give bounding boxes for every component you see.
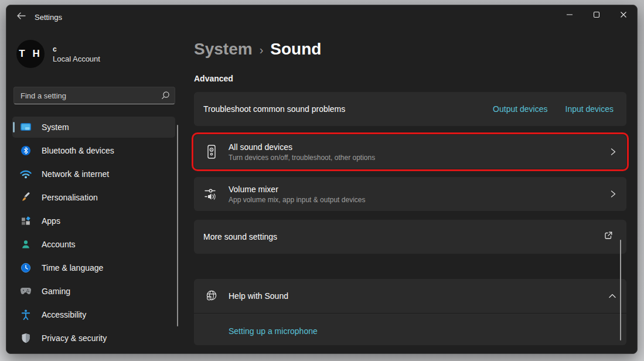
output-devices-link[interactable]: Output devices: [493, 104, 547, 114]
sidebar-item-personalisation[interactable]: Personalisation: [12, 187, 175, 208]
gamepad-icon: [20, 285, 32, 297]
clock-icon: [20, 262, 32, 274]
minimize-icon: [566, 10, 573, 21]
sidebar-item-gaming[interactable]: Gaming: [12, 281, 175, 302]
volume-mixer-subtitle: App volume mix, app input & output devic…: [229, 196, 365, 204]
sidebar-item-label: Time & language: [42, 263, 103, 273]
back-button[interactable]: [11, 9, 31, 25]
volume-mixer-title: Volume mixer: [229, 185, 365, 194]
titlebar: Settings: [6, 5, 637, 29]
sidebar-item-apps[interactable]: Apps: [12, 210, 175, 231]
app-title: Settings: [35, 13, 62, 22]
search-box: [13, 87, 175, 104]
sidebar-item-label: Apps: [42, 216, 60, 226]
troubleshoot-row: Troubleshoot common sound problems Outpu…: [194, 92, 626, 126]
sidebar-scrollbar[interactable]: [177, 125, 178, 326]
sidebar-item-network-internet[interactable]: Network & internet: [12, 164, 175, 185]
sidebar-item-label: System: [42, 122, 69, 132]
help-globe-icon: [194, 290, 229, 302]
help-card: Help with Sound Setting up a microphone: [194, 279, 626, 345]
input-devices-link[interactable]: Input devices: [565, 104, 614, 114]
sidebar-item-label: Privacy & security: [42, 333, 107, 343]
speaker-icon: [194, 144, 229, 159]
close-icon: [620, 10, 627, 21]
system-icon: [20, 121, 32, 133]
volume-mixer-icon: [194, 188, 229, 200]
search-icon[interactable]: [161, 91, 170, 102]
sidebar-item-bluetooth-devices[interactable]: Bluetooth & devices: [12, 140, 175, 161]
avatar: T H: [16, 40, 45, 68]
window-controls: [556, 5, 637, 25]
chevron-right-icon: [609, 189, 626, 199]
sidebar-nav: System Bluetooth & devices Network & int…: [6, 117, 188, 349]
sidebar-item-accessibility[interactable]: Accessibility: [12, 304, 175, 325]
help-body: Setting up a microphone: [194, 314, 626, 345]
account-name: c: [53, 45, 100, 53]
breadcrumb-system[interactable]: System: [194, 40, 253, 59]
sidebar-item-label: Accessibility: [42, 310, 86, 319]
all-sound-devices-row[interactable]: All sound devices Turn devices on/off, t…: [194, 135, 626, 169]
wifi-icon: [20, 168, 32, 180]
maximize-button[interactable]: [583, 5, 610, 25]
sidebar-item-privacy-security[interactable]: Privacy & security: [12, 328, 175, 349]
sidebar-item-label: Gaming: [42, 287, 70, 296]
main-scrollbar[interactable]: [620, 240, 621, 340]
paintbrush-icon: [20, 192, 32, 203]
maximize-icon: [593, 10, 600, 21]
apps-icon: [20, 215, 32, 227]
shield-icon: [20, 332, 32, 344]
breadcrumb-separator: ›: [260, 42, 264, 57]
search-input[interactable]: [13, 87, 175, 104]
main-content: System › Sound Advanced Troubleshoot com…: [194, 29, 626, 353]
volume-mixer-row[interactable]: Volume mixer App volume mix, app input &…: [194, 177, 626, 211]
account-type: Local Account: [53, 55, 100, 63]
setting-up-microphone-link[interactable]: Setting up a microphone: [229, 326, 318, 336]
sidebar-item-system[interactable]: System: [12, 117, 175, 138]
person-icon: [20, 239, 32, 250]
back-arrow-icon: [16, 12, 26, 22]
more-sound-settings-label: More sound settings: [203, 232, 277, 241]
bluetooth-icon: [20, 145, 32, 156]
selected-indicator: [13, 122, 15, 132]
chevron-right-icon: [609, 147, 626, 156]
chevron-up-icon: [608, 292, 626, 300]
sidebar-item-label: Bluetooth & devices: [42, 146, 114, 155]
settings-window: Settings T H c Local Account: [6, 5, 638, 354]
help-header[interactable]: Help with Sound: [194, 279, 626, 313]
more-sound-settings-row[interactable]: More sound settings: [194, 220, 626, 254]
sidebar-item-time-language[interactable]: Time & language: [12, 257, 175, 278]
minimize-button[interactable]: [556, 5, 583, 25]
accessibility-icon: [20, 309, 32, 321]
external-link-icon: [603, 230, 614, 243]
sidebar: T H c Local Account System: [6, 29, 188, 353]
page-title: Sound: [270, 40, 321, 59]
help-title: Help with Sound: [229, 291, 288, 301]
sidebar-item-label: Personalisation: [42, 193, 98, 202]
breadcrumb: System › Sound: [194, 29, 626, 61]
section-header-advanced: Advanced: [194, 74, 626, 83]
all-sound-devices-title: All sound devices: [229, 142, 375, 152]
sidebar-item-label: Network & internet: [42, 169, 109, 179]
sidebar-item-label: Accounts: [42, 240, 76, 249]
all-sound-devices-subtitle: Turn devices on/off, troubleshoot, other…: [229, 154, 375, 162]
sidebar-item-accounts[interactable]: Accounts: [12, 234, 175, 255]
account-block[interactable]: T H c Local Account: [16, 40, 188, 68]
close-button[interactable]: [610, 5, 637, 25]
troubleshoot-label: Troubleshoot common sound problems: [203, 104, 345, 114]
